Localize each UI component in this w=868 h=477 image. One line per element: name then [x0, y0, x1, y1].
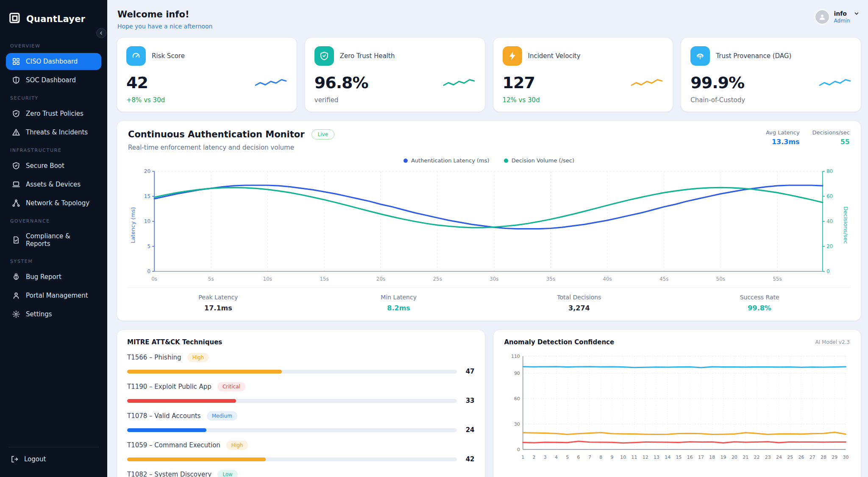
person-icon	[818, 13, 826, 21]
brand: QuantLayer	[0, 8, 107, 28]
avg-latency-label: Avg Latency	[766, 129, 800, 136]
svg-text:25: 25	[787, 455, 793, 460]
user-icon	[12, 291, 20, 300]
nav-section-security: SECURITY	[0, 89, 107, 104]
stat-value: 96.8%	[314, 73, 368, 92]
gear-icon	[12, 310, 20, 318]
sidebar-item-zero-trust-policies[interactable]: Zero Trust Policies	[6, 105, 101, 122]
svg-text:1: 1	[521, 455, 524, 460]
gauge-icon	[126, 46, 146, 66]
footer-value: 3,274	[489, 304, 670, 312]
svg-text:90: 90	[514, 371, 520, 376]
decisions-per-sec-value: 55	[812, 138, 850, 146]
sidebar-item-soc-dashboard[interactable]: SOC Dashboard	[6, 72, 101, 89]
svg-text:19: 19	[720, 455, 726, 460]
user-menu[interactable]: info Admin	[815, 9, 860, 25]
stats-row: Risk Score 42 +8% vs 30d Zero Trust Heal…	[117, 37, 861, 112]
technique-row: T1190 – Exploit Public App Critical 33	[127, 382, 475, 404]
avatar	[815, 9, 830, 25]
welcome-block: Welcome info! Hope you have a nice after…	[117, 9, 212, 30]
svg-text:Decisions/sec: Decisions/sec	[843, 206, 849, 244]
sidebar-item-label: Bug Report	[26, 273, 61, 281]
svg-text:0: 0	[147, 268, 150, 274]
svg-text:28: 28	[821, 455, 826, 460]
svg-text:4: 4	[555, 455, 558, 460]
svg-text:21: 21	[743, 455, 748, 460]
footer-label: Peak Latency	[128, 294, 309, 301]
svg-text:80: 80	[826, 168, 833, 174]
svg-text:5: 5	[566, 455, 569, 460]
technique-row: T1059 – Command Execution High 42	[127, 441, 475, 463]
svg-text:25s: 25s	[433, 276, 442, 282]
shield-icon	[12, 76, 20, 84]
svg-text:17: 17	[698, 455, 704, 460]
nav-section-overview: OVERVIEW	[0, 37, 107, 52]
total-decisions-stat: Total Decisions 3,274	[489, 294, 670, 312]
bug-icon	[12, 273, 20, 281]
logout-button[interactable]: Logout	[0, 450, 107, 469]
svg-text:10: 10	[144, 218, 150, 224]
svg-text:20: 20	[731, 455, 737, 460]
page-subtitle: Hope you have a nice afternoon	[117, 23, 212, 30]
decisions-per-sec-label: Decisions/sec	[812, 129, 850, 136]
sidebar-collapse-button[interactable]	[96, 28, 106, 38]
severity-badge: High	[187, 353, 209, 362]
shield-check-icon	[314, 46, 334, 66]
shield-check-icon	[12, 109, 20, 118]
file-check-icon	[12, 236, 20, 244]
svg-text:3: 3	[543, 455, 546, 460]
svg-text:8: 8	[599, 455, 602, 460]
svg-text:40: 40	[826, 218, 833, 224]
monitor-footer: Peak Latency 17.1ms Min Latency 8.2ms To…	[128, 287, 850, 314]
svg-text:5: 5	[147, 243, 150, 249]
quantlayer-logo-icon	[8, 12, 21, 26]
sidebar-item-threats-incidents[interactable]: Threats & Incidents	[6, 124, 101, 141]
svg-text:30s: 30s	[490, 276, 499, 282]
technique-name: T1082 – System Discovery	[127, 471, 211, 477]
svg-text:35s: 35s	[546, 276, 556, 282]
legend-label: Authentication Latency (ms)	[411, 157, 490, 164]
sidebar-item-ciso-dashboard[interactable]: CISO Dashboard	[6, 53, 101, 70]
stat-value: 127	[503, 73, 535, 92]
sidebar-item-label: Assets & Devices	[26, 181, 81, 188]
svg-text:30: 30	[843, 455, 849, 460]
sidebar-item-label: Portal Management	[26, 292, 88, 299]
monitor-head-left: Continuous Authentication Monitor Live R…	[128, 129, 334, 151]
auth-monitor-card: Continuous Authentication Monitor Live R…	[117, 120, 861, 321]
sidebar-item-portal-management[interactable]: Portal Management	[6, 287, 101, 304]
stat-card-trust-provenance: Trust Provenance (DAG) 99.9% Chain-of-Cu…	[681, 37, 861, 112]
sidebar-item-secure-boot[interactable]: Secure Boot	[6, 157, 101, 174]
legend-dot-teal	[504, 159, 508, 163]
sidebar-item-assets-devices[interactable]: Assets & Devices	[6, 176, 101, 193]
severity-badge: Low	[217, 470, 238, 477]
technique-value: 42	[463, 455, 475, 463]
footer-value: 8.2ms	[309, 304, 489, 312]
auth-chart-svg: 0s5s10s15s20s25s30s35s40s45s50s55s051015…	[128, 166, 850, 284]
stat-label: Zero Trust Health	[340, 52, 395, 60]
min-latency-stat: Min Latency 8.2ms	[309, 294, 489, 312]
sparkline	[630, 77, 663, 89]
nav-section-system: SYSTEM	[0, 253, 107, 268]
svg-text:10: 10	[620, 455, 626, 460]
sidebar-item-compliance-reports[interactable]: Compliance & Reports	[6, 228, 101, 252]
footer-label: Total Decisions	[489, 294, 670, 301]
svg-text:14: 14	[665, 455, 670, 460]
svg-text:0: 0	[826, 268, 830, 274]
sidebar-item-bug-report[interactable]: Bug Report	[6, 268, 101, 285]
stat-value: 42	[126, 73, 148, 92]
svg-text:13: 13	[654, 455, 659, 460]
sidebar-item-settings[interactable]: Settings	[6, 306, 101, 323]
svg-text:20s: 20s	[376, 276, 386, 282]
stat-value: 99.9%	[690, 73, 744, 92]
anomaly-card: Anomaly Detection Confidence AI Model v2…	[493, 329, 862, 477]
svg-text:20: 20	[144, 168, 150, 174]
page-title: Welcome info!	[117, 9, 212, 20]
stat-label: Incident Velocity	[528, 52, 581, 60]
monitor-subtitle: Real-time enforcement latency and decisi…	[128, 144, 334, 151]
technique-name: T1059 – Command Execution	[127, 441, 220, 449]
nav-section-governance: GOVERNANCE	[0, 212, 107, 227]
severity-badge: High	[226, 441, 248, 450]
nav-section-infrastructure: INFRASTRUCTURE	[0, 142, 107, 156]
sidebar-item-network-topology[interactable]: Network & Topology	[6, 195, 101, 212]
sidebar-divider	[8, 447, 99, 447]
